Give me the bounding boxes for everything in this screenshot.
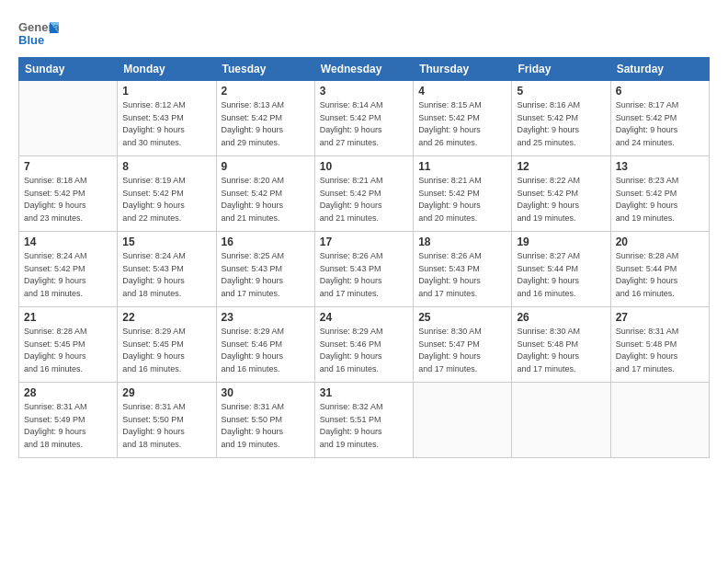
calendar-cell: 24Sunrise: 8:29 AM Sunset: 5:46 PM Dayli… — [314, 307, 413, 383]
calendar-week-1: 7Sunrise: 8:18 AM Sunset: 5:42 PM Daylig… — [19, 156, 710, 232]
day-info: Sunrise: 8:29 AM Sunset: 5:45 PM Dayligh… — [122, 326, 210, 375]
calendar-header-row: SundayMondayTuesdayWednesdayThursdayFrid… — [19, 58, 710, 81]
calendar-cell: 14Sunrise: 8:24 AM Sunset: 5:42 PM Dayli… — [19, 232, 118, 307]
calendar-cell: 23Sunrise: 8:29 AM Sunset: 5:46 PM Dayli… — [216, 307, 314, 383]
day-number: 25 — [418, 311, 506, 324]
day-number: 8 — [122, 160, 210, 173]
day-info: Sunrise: 8:17 AM Sunset: 5:42 PM Dayligh… — [616, 99, 704, 149]
day-number: 6 — [616, 85, 704, 98]
day-number: 26 — [517, 311, 605, 324]
day-number: 31 — [320, 386, 408, 399]
day-info: Sunrise: 8:15 AM Sunset: 5:42 PM Dayligh… — [418, 99, 506, 149]
calendar-cell: 1Sunrise: 8:12 AM Sunset: 5:43 PM Daylig… — [118, 81, 216, 156]
calendar-cell: 12Sunrise: 8:22 AM Sunset: 5:42 PM Dayli… — [512, 156, 610, 232]
day-info: Sunrise: 8:12 AM Sunset: 5:43 PM Dayligh… — [122, 99, 210, 149]
calendar-cell: 28Sunrise: 8:31 AM Sunset: 5:49 PM Dayli… — [19, 383, 118, 458]
calendar-cell: 2Sunrise: 8:13 AM Sunset: 5:42 PM Daylig… — [216, 81, 314, 156]
day-number: 15 — [122, 236, 210, 248]
calendar-cell: 21Sunrise: 8:28 AM Sunset: 5:45 PM Dayli… — [19, 307, 118, 383]
calendar-cell — [610, 383, 709, 458]
svg-text:Blue: Blue — [18, 33, 44, 47]
calendar-cell: 20Sunrise: 8:28 AM Sunset: 5:44 PM Dayli… — [610, 232, 709, 307]
calendar-cell: 22Sunrise: 8:29 AM Sunset: 5:45 PM Dayli… — [118, 307, 216, 383]
day-number: 3 — [320, 85, 408, 98]
day-info: Sunrise: 8:22 AM Sunset: 5:42 PM Dayligh… — [517, 175, 605, 224]
calendar-cell: 6Sunrise: 8:17 AM Sunset: 5:42 PM Daylig… — [610, 81, 709, 156]
day-info: Sunrise: 8:28 AM Sunset: 5:45 PM Dayligh… — [24, 326, 112, 375]
day-info: Sunrise: 8:28 AM Sunset: 5:44 PM Dayligh… — [616, 250, 704, 300]
calendar-cell: 10Sunrise: 8:21 AM Sunset: 5:42 PM Dayli… — [314, 156, 413, 232]
day-number: 22 — [122, 311, 210, 324]
col-header-wednesday: Wednesday — [314, 58, 413, 81]
day-info: Sunrise: 8:32 AM Sunset: 5:51 PM Dayligh… — [320, 401, 408, 451]
col-header-saturday: Saturday — [610, 58, 709, 81]
calendar-cell — [414, 383, 512, 458]
day-number: 24 — [320, 311, 408, 324]
calendar-cell: 7Sunrise: 8:18 AM Sunset: 5:42 PM Daylig… — [19, 156, 118, 232]
day-number: 20 — [616, 236, 704, 248]
day-number: 19 — [517, 236, 605, 248]
calendar-cell: 15Sunrise: 8:24 AM Sunset: 5:43 PM Dayli… — [118, 232, 216, 307]
calendar-cell: 25Sunrise: 8:30 AM Sunset: 5:47 PM Dayli… — [414, 307, 512, 383]
calendar-cell: 19Sunrise: 8:27 AM Sunset: 5:44 PM Dayli… — [512, 232, 610, 307]
day-number: 27 — [616, 311, 704, 324]
day-info: Sunrise: 8:14 AM Sunset: 5:42 PM Dayligh… — [320, 99, 408, 149]
calendar-cell: 9Sunrise: 8:20 AM Sunset: 5:42 PM Daylig… — [216, 156, 314, 232]
calendar-cell: 4Sunrise: 8:15 AM Sunset: 5:42 PM Daylig… — [414, 81, 512, 156]
calendar-cell: 11Sunrise: 8:21 AM Sunset: 5:42 PM Dayli… — [414, 156, 512, 232]
calendar-cell: 13Sunrise: 8:23 AM Sunset: 5:42 PM Dayli… — [610, 156, 709, 232]
day-number: 13 — [616, 160, 704, 173]
day-info: Sunrise: 8:25 AM Sunset: 5:43 PM Dayligh… — [222, 250, 310, 300]
day-info: Sunrise: 8:27 AM Sunset: 5:44 PM Dayligh… — [517, 250, 605, 300]
day-number: 11 — [418, 160, 506, 173]
calendar-cell: 29Sunrise: 8:31 AM Sunset: 5:50 PM Dayli… — [118, 383, 216, 458]
calendar-cell: 5Sunrise: 8:16 AM Sunset: 5:42 PM Daylig… — [512, 81, 610, 156]
day-info: Sunrise: 8:26 AM Sunset: 5:43 PM Dayligh… — [320, 250, 408, 300]
logo-icon: General Blue — [18, 17, 59, 52]
calendar-cell: 8Sunrise: 8:19 AM Sunset: 5:42 PM Daylig… — [118, 156, 216, 232]
calendar-week-0: 1Sunrise: 8:12 AM Sunset: 5:43 PM Daylig… — [19, 81, 710, 156]
calendar-cell: 3Sunrise: 8:14 AM Sunset: 5:42 PM Daylig… — [314, 81, 413, 156]
day-info: Sunrise: 8:31 AM Sunset: 5:50 PM Dayligh… — [222, 401, 310, 451]
calendar-table: SundayMondayTuesdayWednesdayThursdayFrid… — [18, 57, 710, 458]
calendar-cell: 27Sunrise: 8:31 AM Sunset: 5:48 PM Dayli… — [610, 307, 709, 383]
col-header-monday: Monday — [118, 58, 216, 81]
day-number: 28 — [24, 386, 112, 399]
day-info: Sunrise: 8:21 AM Sunset: 5:42 PM Dayligh… — [320, 175, 408, 224]
header: General Blue — [18, 17, 710, 52]
day-number: 18 — [418, 236, 506, 248]
day-number: 2 — [222, 85, 310, 98]
day-number: 29 — [122, 386, 210, 399]
day-number: 10 — [320, 160, 408, 173]
day-number: 14 — [24, 236, 112, 248]
day-info: Sunrise: 8:31 AM Sunset: 5:50 PM Dayligh… — [122, 401, 210, 451]
page: General Blue SundayMondayTuesdayWednesda… — [0, 0, 728, 563]
calendar-cell: 26Sunrise: 8:30 AM Sunset: 5:48 PM Dayli… — [512, 307, 610, 383]
col-header-friday: Friday — [512, 58, 610, 81]
day-number: 4 — [418, 85, 506, 98]
day-number: 17 — [320, 236, 408, 248]
day-number: 23 — [222, 311, 310, 324]
day-info: Sunrise: 8:21 AM Sunset: 5:42 PM Dayligh… — [418, 175, 506, 224]
day-number: 9 — [222, 160, 310, 173]
day-info: Sunrise: 8:30 AM Sunset: 5:48 PM Dayligh… — [517, 326, 605, 375]
day-number: 21 — [24, 311, 112, 324]
day-number: 12 — [517, 160, 605, 173]
day-info: Sunrise: 8:31 AM Sunset: 5:49 PM Dayligh… — [24, 401, 112, 451]
calendar-cell: 31Sunrise: 8:32 AM Sunset: 5:51 PM Dayli… — [314, 383, 413, 458]
col-header-sunday: Sunday — [19, 58, 118, 81]
calendar-week-2: 14Sunrise: 8:24 AM Sunset: 5:42 PM Dayli… — [19, 232, 710, 307]
day-info: Sunrise: 8:29 AM Sunset: 5:46 PM Dayligh… — [320, 326, 408, 375]
calendar-week-3: 21Sunrise: 8:28 AM Sunset: 5:45 PM Dayli… — [19, 307, 710, 383]
day-info: Sunrise: 8:26 AM Sunset: 5:43 PM Dayligh… — [418, 250, 506, 300]
col-header-tuesday: Tuesday — [216, 58, 314, 81]
calendar-week-4: 28Sunrise: 8:31 AM Sunset: 5:49 PM Dayli… — [19, 383, 710, 458]
day-number: 5 — [517, 85, 605, 98]
day-number: 7 — [24, 160, 112, 173]
day-info: Sunrise: 8:20 AM Sunset: 5:42 PM Dayligh… — [222, 175, 310, 224]
logo: General Blue — [18, 17, 59, 52]
day-info: Sunrise: 8:13 AM Sunset: 5:42 PM Dayligh… — [222, 99, 310, 149]
day-info: Sunrise: 8:16 AM Sunset: 5:42 PM Dayligh… — [517, 99, 605, 149]
day-info: Sunrise: 8:19 AM Sunset: 5:42 PM Dayligh… — [122, 175, 210, 224]
day-info: Sunrise: 8:31 AM Sunset: 5:48 PM Dayligh… — [616, 326, 704, 375]
